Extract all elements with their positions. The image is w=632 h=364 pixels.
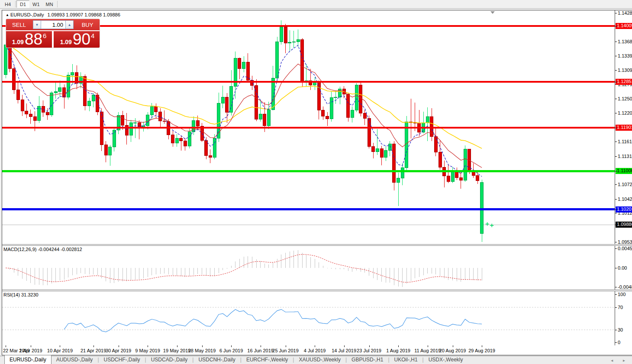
date-axis-label: 10 Apr 2019 — [47, 348, 73, 353]
tab-scroll-arrows[interactable]: ◂ ▸ — [611, 358, 629, 363]
tab-usdchf-daily[interactable]: USDCHF-,Daily — [99, 356, 145, 364]
axis-label: 1.11901 — [616, 125, 632, 131]
timeframe-button-d1[interactable]: D1 — [16, 0, 29, 8]
one-click-trading-panel: SELL ▼ ▲ BUY 1.09886 1.09904 — [6, 19, 100, 48]
axis-label: 1.11310 — [618, 153, 632, 159]
axis-label: 1.13685 — [618, 39, 632, 45]
date-tick — [286, 345, 286, 347]
volume-decrease-icon[interactable]: ▼ — [33, 20, 41, 29]
axis-tick — [615, 156, 617, 157]
macd-label: MACD(12,26,9) -0.004244 -0.002812 — [3, 247, 82, 252]
axis-tick — [615, 268, 617, 268]
macd-plot-area: MACD(12,26,9) -0.004244 -0.002812 — [2, 246, 615, 290]
axis-tick — [615, 113, 617, 113]
rsi-plot-area: RSI(14) 31.3230 — [2, 291, 615, 345]
date-axis-label: 1 Aug 2019 — [386, 348, 410, 353]
tab-usdcnh-daily[interactable]: USDCNH-,Daily — [193, 356, 240, 364]
axis-label: 1.09530 — [618, 239, 632, 244]
ohlc-values: 1.09893 1.09907 1.09868 1.09886 — [48, 12, 120, 17]
buy-price-big: 90 — [73, 32, 90, 47]
axis-label: 1.10720 — [618, 182, 632, 187]
sell-button[interactable]: SELL — [6, 19, 32, 30]
timeframe-button-w1[interactable]: W1 — [29, 0, 43, 8]
date-tick — [261, 345, 261, 347]
toolbar-separator — [57, 1, 58, 7]
date-axis-label: 1 Apr 2019 — [19, 348, 42, 353]
date-axis: 22 Mar 20191 Apr 201910 Apr 201921 Apr 2… — [2, 345, 632, 355]
collapse-arrow-icon[interactable]: ▲ — [6, 13, 9, 17]
axis-label: 1.13090 — [618, 68, 632, 73]
axis-tick — [615, 242, 617, 242]
chart-window: ▲EURUSD-,Daily1.09893 1.09907 1.09868 1.… — [2, 10, 632, 355]
date-axis-label: 16 Jun 2019 — [247, 348, 274, 353]
axis-tick — [615, 199, 617, 200]
axis-tick — [615, 213, 617, 213]
sell-price-prefix: 1.09 — [12, 39, 24, 45]
date-tick — [398, 345, 399, 347]
buy-price[interactable]: 1.09904 — [54, 31, 100, 48]
axis-tick — [615, 82, 617, 82]
axis-tick — [615, 342, 617, 343]
timeframe-button-h4[interactable]: H4 — [1, 0, 14, 8]
trading-terminal-window: { "toolbar": { "timeframes": [ {"label":… — [0, 0, 632, 364]
date-axis-label: 14 Jul 2019 — [332, 348, 356, 353]
rsi-panel: RSI(14) 31.3230 10070300 — [2, 291, 632, 345]
axis-tick — [615, 184, 617, 185]
date-axis-label: 25 Jun 2019 — [272, 348, 299, 353]
symbol-label: EURUSD-,Daily — [10, 12, 44, 17]
date-tick — [6, 345, 6, 347]
axis-label: 0 — [618, 340, 620, 345]
axis-tick — [615, 307, 617, 308]
axis-label: 1.13390 — [618, 53, 632, 58]
date-tick — [177, 345, 177, 347]
rsi-line — [64, 309, 482, 332]
axis-tick — [615, 248, 617, 249]
tab-usdcad-daily[interactable]: USDCAD-,Daily — [146, 356, 193, 364]
price-plot-area[interactable]: ▲EURUSD-,Daily1.09893 1.09907 1.09868 1.… — [2, 10, 615, 244]
buy-button[interactable]: BUY — [75, 19, 100, 30]
axis-tick — [615, 330, 617, 330]
sell-price[interactable]: 1.09886 — [6, 31, 52, 48]
date-tick — [31, 345, 31, 347]
macd-panel: MACD(12,26,9) -0.004244 -0.002812 0.0045… — [2, 246, 632, 290]
date-tick — [369, 345, 370, 347]
date-tick — [453, 345, 453, 347]
axis-label: 100 — [618, 292, 626, 297]
tab-xauusd-weekly[interactable]: XAUUSD-,Weekly — [294, 356, 345, 364]
axis-label: 70 — [618, 305, 623, 310]
macd-chart — [2, 246, 615, 290]
chart-shift-marker-icon[interactable] — [490, 11, 495, 14]
axis-label: 1.14280 — [618, 10, 632, 16]
tab-eurchf-weekly[interactable]: EURCHF-,Weekly — [242, 356, 293, 364]
tab-usdx-weekly[interactable]: USDX-,Weekly — [424, 356, 468, 364]
axis-tick — [615, 142, 617, 142]
axis-tick — [615, 225, 617, 225]
date-axis-label: 29 Aug 2019 — [468, 348, 495, 353]
price-panel: ▲EURUSD-,Daily1.09893 1.09907 1.09868 1.… — [2, 10, 632, 244]
axis-tick — [615, 294, 617, 295]
axis-tick — [615, 56, 617, 56]
tab-gbpusd-h1[interactable]: GBPUSD-,H1 — [347, 356, 388, 364]
tab-ukoil-h1[interactable]: UKOil-,H1 — [390, 356, 422, 364]
volume-increase-icon[interactable]: ▲ — [65, 20, 74, 29]
date-tick — [119, 345, 119, 347]
sell-price-pip: 6 — [43, 32, 46, 39]
axis-label: 1.11000 — [616, 168, 632, 174]
axis-label: 1.14009 — [616, 23, 632, 29]
date-tick — [344, 345, 345, 347]
axis-label: 1.11610 — [618, 139, 632, 145]
timeframe-button-mn[interactable]: MN — [43, 0, 56, 8]
rsi-axis: 10070300 — [615, 291, 632, 345]
macd-histogram — [6, 250, 482, 287]
date-axis-label: 28 May 2019 — [188, 348, 216, 353]
date-tick — [231, 345, 232, 347]
axis-tick — [615, 26, 617, 26]
date-tick — [202, 345, 203, 347]
tab-audusd-daily[interactable]: AUDUSD-,Daily — [52, 356, 98, 364]
axis-label: 1.09886 — [616, 222, 632, 228]
date-tick — [94, 345, 94, 347]
tab-eurusd-daily[interactable]: EURUSD-,Daily — [4, 355, 52, 364]
volume-input[interactable] — [41, 20, 65, 29]
buy-price-pip: 4 — [91, 32, 94, 39]
axis-label: 1.10420 — [618, 196, 632, 202]
